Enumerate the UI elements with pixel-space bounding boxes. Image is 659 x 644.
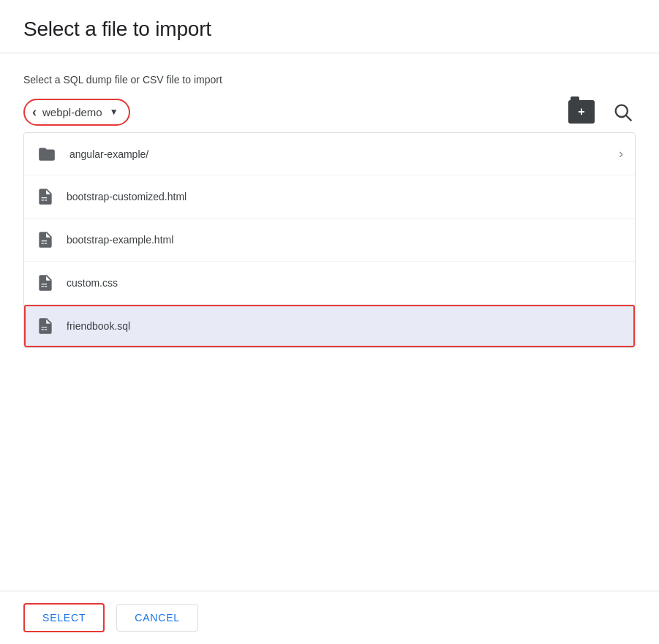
list-item[interactable]: bootstrap-example.html — [24, 219, 635, 262]
file-name-label: friendbook.sql — [67, 320, 130, 332]
file-list: angular-example/ › bootstrap-customized.… — [23, 132, 636, 348]
file-icon — [36, 315, 55, 337]
file-name-label: custom.css — [67, 277, 118, 289]
dialog: Select a file to import Select a SQL dum… — [0, 0, 659, 644]
list-item[interactable]: friendbook.sql — [24, 305, 635, 347]
dialog-title-area: Select a file to import — [0, 0, 659, 53]
file-icon — [36, 272, 55, 294]
dropdown-arrow-icon[interactable]: ▼ — [110, 107, 118, 117]
back-arrow-icon[interactable]: ‹ — [32, 105, 37, 120]
file-name-label: bootstrap-example.html — [67, 234, 173, 246]
list-item[interactable]: bootstrap-customized.html — [24, 175, 635, 219]
svg-line-1 — [626, 115, 630, 120]
search-icon — [612, 102, 633, 122]
new-folder-icon: + — [568, 100, 595, 124]
instruction-text: Select a SQL dump file or CSV file to im… — [23, 74, 636, 86]
list-item[interactable]: custom.css — [24, 262, 635, 305]
file-icon — [36, 229, 55, 251]
file-icon — [36, 186, 55, 208]
search-button[interactable] — [609, 99, 636, 125]
list-item[interactable]: angular-example/ › — [24, 133, 635, 175]
folder-icon — [36, 145, 58, 164]
folder-name-label: webpl-demo — [42, 106, 102, 118]
select-button[interactable]: SELECT — [23, 603, 105, 632]
new-folder-button[interactable]: + — [565, 97, 598, 126]
toolbar-icons: + — [565, 97, 636, 126]
file-name-label: angular-example/ — [69, 148, 148, 160]
dialog-footer: SELECT CANCEL — [0, 591, 659, 644]
folder-selector[interactable]: ‹ webpl-demo ▼ — [23, 99, 130, 126]
toolbar: ‹ webpl-demo ▼ + — [23, 97, 636, 126]
dialog-body: Select a SQL dump file or CSV file to im… — [0, 53, 659, 591]
chevron-right-icon: › — [619, 146, 623, 162]
cancel-button[interactable]: CANCEL — [116, 604, 198, 632]
dialog-title: Select a file to import — [23, 18, 636, 41]
plus-icon: + — [578, 106, 584, 118]
file-name-label: bootstrap-customized.html — [67, 191, 187, 202]
